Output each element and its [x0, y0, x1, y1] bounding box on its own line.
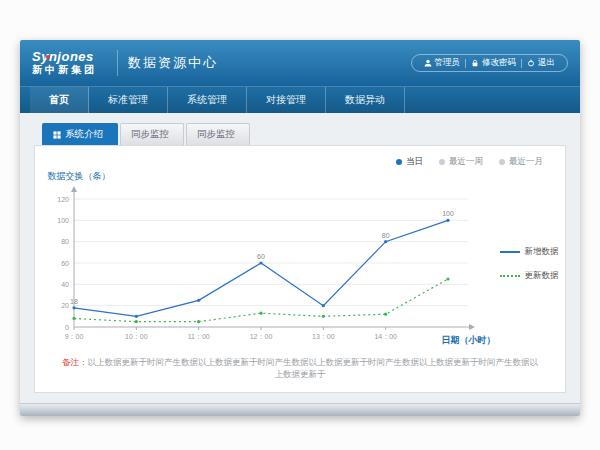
header-divider [117, 50, 118, 76]
svg-text:120: 120 [57, 196, 69, 203]
svg-text:60: 60 [61, 260, 69, 267]
svg-text:80: 80 [381, 232, 389, 239]
legend-item-updated-data: 更新数据 [500, 270, 559, 282]
filter-dot-icon [439, 159, 445, 165]
svg-text:100: 100 [57, 217, 69, 224]
tab-sync-monitor-1[interactable]: 同步监控 [120, 123, 184, 145]
content-area: 系统介绍 同步监控 同步监控 当日 最近一周 [20, 113, 580, 403]
tab-sync-monitor-2[interactable]: 同步监控 [186, 123, 250, 145]
nav-item-home[interactable]: 首页 [30, 87, 89, 113]
svg-text:0: 0 [65, 324, 69, 331]
svg-text:20: 20 [61, 302, 69, 309]
x-axis-label: 日期（小时） [442, 334, 496, 347]
svg-text:11：00: 11：00 [187, 333, 209, 340]
range-filter-legend: 当日 最近一周 最近一月 [35, 146, 565, 168]
admin-label: 管理员 [435, 57, 461, 69]
series-legend: 新增数据 更新数据 [500, 246, 559, 282]
filter-dot-icon [499, 159, 505, 165]
user-icon [424, 59, 432, 67]
y-axis-label: 数据交换（条） [48, 170, 482, 183]
tab-system-intro[interactable]: 系统介绍 [42, 123, 118, 145]
power-icon [527, 59, 535, 67]
dashed-line-sample-icon [500, 275, 520, 277]
nav-item-integration[interactable]: 对接管理 [247, 87, 326, 113]
logo: Synjones 新中新集团 [32, 50, 107, 75]
chart-zone: 数据交换（条） 0204060801001209：0010：0011：0012：… [35, 170, 565, 357]
svg-text:60: 60 [257, 253, 265, 260]
series-name: 新增数据 [525, 246, 559, 258]
legend-item-new-data: 新增数据 [500, 246, 559, 258]
window-footer-bar [20, 403, 580, 416]
filter-dot-icon [396, 159, 402, 165]
change-password-button[interactable]: 修改密码 [466, 56, 521, 70]
svg-text:9：00: 9：00 [64, 333, 83, 340]
main-nav: 首页 标准管理 系统管理 对接管理 数据异动 [20, 86, 580, 113]
page-title: 数据资源中心 [128, 54, 218, 72]
nav-item-data-changes[interactable]: 数据异动 [326, 87, 405, 113]
chart-column: 数据交换（条） 0204060801001209：0010：0011：0012：… [42, 170, 482, 357]
svg-text:10：00: 10：00 [125, 333, 148, 340]
svg-text:100: 100 [442, 210, 454, 217]
tab-label: 系统介绍 [65, 128, 103, 141]
footnote-text: 以上数据更新于时间产生数据以上数据更新于时间产生数据以上数据更新于时间产生数据以… [88, 357, 539, 379]
series-name: 更新数据 [525, 270, 559, 282]
svg-text:14：00: 14：00 [374, 333, 397, 340]
tab-strip: 系统介绍 同步监控 同步监控 [34, 123, 566, 145]
filter-today[interactable]: 当日 [396, 156, 423, 168]
svg-text:13：00: 13：00 [312, 333, 335, 340]
footnote-prefix: 备注： [62, 357, 88, 367]
nav-item-standards[interactable]: 标准管理 [89, 87, 168, 113]
filter-last-month[interactable]: 最近一月 [499, 156, 543, 168]
logo-company: 新中新集团 [32, 65, 97, 76]
change-password-label: 修改密码 [482, 57, 516, 69]
admin-button[interactable]: 管理员 [419, 56, 466, 70]
chart-panel: 当日 最近一周 最近一月 数据交换（条） 0204060801001209：00… [34, 145, 566, 393]
footnote: 备注：以上数据更新于时间产生数据以上数据更新于时间产生数据以上数据更新于时间产生… [35, 357, 565, 395]
svg-text:12：00: 12：00 [249, 333, 272, 340]
logout-button[interactable]: 退出 [522, 56, 560, 70]
svg-text:18: 18 [70, 298, 78, 305]
filter-label: 最近一周 [449, 156, 483, 168]
svg-text:40: 40 [61, 281, 69, 288]
filter-label: 最近一月 [509, 156, 543, 168]
logo-brand: Synjones [32, 50, 97, 64]
logout-label: 退出 [538, 57, 555, 69]
filter-label: 当日 [406, 156, 423, 168]
lock-icon [471, 59, 479, 67]
header: Synjones 新中新集团 数据资源中心 管理员 修改密码 退出 [20, 40, 580, 86]
solid-line-sample-icon [500, 251, 520, 253]
tab-label: 同步监控 [131, 128, 169, 141]
filter-last-week[interactable]: 最近一周 [439, 156, 483, 168]
user-actions: 管理员 修改密码 退出 [411, 54, 569, 72]
line-chart: 0204060801001209：0010：0011：0012：0013：001… [42, 185, 482, 353]
svg-text:80: 80 [61, 238, 69, 245]
nav-item-system[interactable]: 系统管理 [168, 87, 247, 113]
tab-label: 同步监控 [197, 128, 235, 141]
grid-icon [53, 131, 61, 139]
app-window: Synjones 新中新集团 数据资源中心 管理员 修改密码 退出 首页 标准管… [20, 40, 580, 416]
